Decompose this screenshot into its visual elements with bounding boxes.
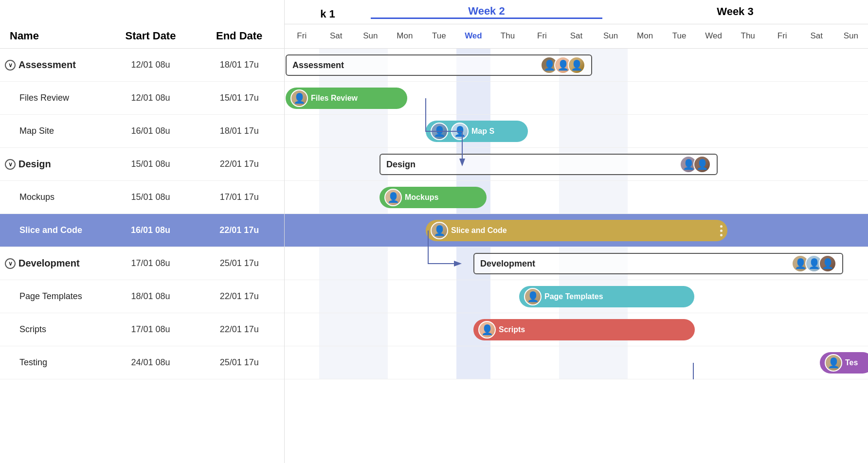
task-start-files-review: 12/01 08u (107, 93, 195, 103)
task-start-scripts: 17/01 08u (107, 324, 195, 335)
day-sun2: Sun (594, 31, 628, 41)
bar-testing-label: Tes (845, 358, 858, 367)
day-sun1: Sun (353, 31, 388, 41)
bar-design[interactable]: Design (380, 154, 718, 175)
gantt-row-slice-code: Slice and Code (285, 214, 868, 247)
day-sat3: Sat (799, 31, 834, 41)
task-name-development: Development (0, 258, 107, 269)
day-tue1: Tue (422, 31, 456, 41)
day-tue2: Tue (662, 31, 697, 41)
task-row-mockups[interactable]: Mockups 15/01 08u 17/01 17u (0, 181, 284, 214)
day-fri3: Fri (765, 31, 799, 41)
bar-map-site[interactable]: Map S (426, 121, 528, 142)
bar-files-review[interactable]: Files Review (286, 88, 407, 109)
gantt-row-design: Design (285, 148, 868, 181)
task-row-design[interactable]: Design 15/01 08u 22/01 17u (0, 148, 284, 181)
day-sun3: Sun (834, 31, 868, 41)
dot2 (720, 230, 723, 232)
task-list: Name Start Date End Date Assessment 12/0… (0, 0, 285, 463)
task-row-map-site[interactable]: Map Site 16/01 08u 18/01 17u (0, 115, 284, 148)
bar-scripts[interactable]: Scripts (473, 319, 695, 340)
gantt-row-map-site: Map S (285, 115, 868, 148)
col-name-header: Name (0, 30, 107, 42)
bar-design-label: Design (386, 160, 416, 170)
task-end-mockups: 17/01 17u (194, 192, 284, 202)
avatar-mockups (384, 189, 402, 206)
gantt-header: k 1 Week 2 Week 3 Fri Sat Sun Mon Tue We… (285, 0, 868, 49)
day-mon1: Mon (388, 31, 422, 41)
bar-map-site-label: Map S (471, 127, 494, 136)
task-name-page-templates: Page Templates (0, 291, 107, 302)
avatar-map-site-1 (431, 123, 448, 140)
task-start-mockups: 15/01 08u (107, 192, 195, 202)
day-sat1: Sat (319, 31, 354, 41)
task-name-testing: Testing (0, 357, 107, 368)
bar-mockups-label: Mockups (405, 193, 438, 202)
task-row-assessment[interactable]: Assessment 12/01 08u 18/01 17u (0, 49, 284, 82)
gantt-row-mockups: Mockups (285, 181, 868, 214)
task-start-map-site: 16/01 08u (107, 126, 195, 136)
task-end-design: 22/01 17u (194, 159, 284, 169)
bar-assessment-label: Assessment (292, 60, 344, 71)
avatar-3 (568, 56, 585, 74)
day-wed2: Wed (696, 31, 731, 41)
avatar-slice-code (431, 222, 448, 239)
task-name-map-site: Map Site (0, 126, 107, 136)
avatar-group-development (790, 255, 836, 272)
task-row-slice-code[interactable]: Slice and Code 16/01 08u 22/01 17u (0, 214, 284, 247)
chevron-development[interactable] (5, 258, 16, 269)
avatar-scripts (478, 321, 496, 338)
task-name-assessment: Assessment (0, 59, 107, 71)
col-start-header: Start Date (107, 30, 195, 42)
gantt-row-development: Development (285, 247, 868, 280)
task-end-slice-code: 22/01 17u (194, 225, 284, 235)
task-name-files-review: Files Review (0, 93, 107, 103)
task-row-files-review[interactable]: Files Review 12/01 08u 15/01 17u (0, 82, 284, 115)
task-row-testing[interactable]: Testing 24/01 08u 25/01 17u (0, 346, 284, 379)
day-row: Fri Sat Sun Mon Tue Wed Thu Fri Sat Sun … (285, 24, 868, 49)
avatar-map-site-2 (451, 123, 469, 140)
task-name-mockups: Mockups (0, 192, 107, 202)
bar-development[interactable]: Development (473, 253, 843, 274)
gantt-container: Name Start Date End Date Assessment 12/0… (0, 0, 868, 463)
bar-slice-code-label: Slice and Code (451, 226, 507, 235)
task-name-scripts: Scripts (0, 324, 107, 335)
avatar-files-review (290, 89, 308, 107)
task-end-scripts: 22/01 17u (194, 324, 284, 335)
avatar-group-design (678, 156, 711, 173)
task-name-slice-code: Slice and Code (0, 225, 107, 235)
task-end-assessment: 18/01 17u (194, 60, 284, 70)
bar-mockups[interactable]: Mockups (380, 187, 487, 208)
gantt-row-page-templates: Page Templates (285, 280, 868, 313)
task-start-page-templates: 18/01 08u (107, 291, 195, 302)
task-row-scripts[interactable]: Scripts 17/01 08u 22/01 17u (0, 313, 284, 346)
avatar-design-2 (693, 156, 711, 173)
bar-scripts-label: Scripts (499, 325, 525, 334)
task-list-header: Name Start Date End Date (0, 0, 284, 49)
task-end-development: 25/01 17u (194, 258, 284, 268)
task-start-assessment: 12/01 08u (107, 60, 195, 70)
avatar-testing (825, 354, 842, 372)
day-fri2: Fri (525, 31, 560, 41)
bar-files-review-label: Files Review (311, 94, 358, 103)
bar-dots (720, 225, 723, 236)
bar-testing[interactable]: Tes (820, 352, 868, 374)
week1-label: k 1 (285, 3, 371, 20)
dot3 (720, 234, 723, 236)
avatar-page-templates (524, 288, 542, 305)
gantt-body: Assessment Files Review (285, 49, 868, 379)
chevron-assessment[interactable] (5, 60, 16, 71)
gantt-row-testing: Tes (285, 346, 868, 379)
bar-page-templates[interactable]: Page Templates (519, 286, 694, 307)
chevron-design[interactable] (5, 159, 16, 170)
bar-assessment[interactable]: Assessment (286, 54, 592, 76)
task-row-page-templates[interactable]: Page Templates 18/01 08u 22/01 17u (0, 280, 284, 313)
avatar-dev-3 (819, 255, 836, 272)
gantt-row-files-review: Files Review (285, 82, 868, 115)
day-fri1: Fri (285, 31, 319, 41)
day-thu1: Thu (490, 31, 525, 41)
bar-slice-code[interactable]: Slice and Code (426, 220, 727, 241)
task-start-testing: 24/01 08u (107, 357, 195, 368)
task-row-development[interactable]: Development 17/01 08u 25/01 17u (0, 247, 284, 280)
week3-label: Week 3 (602, 5, 868, 18)
